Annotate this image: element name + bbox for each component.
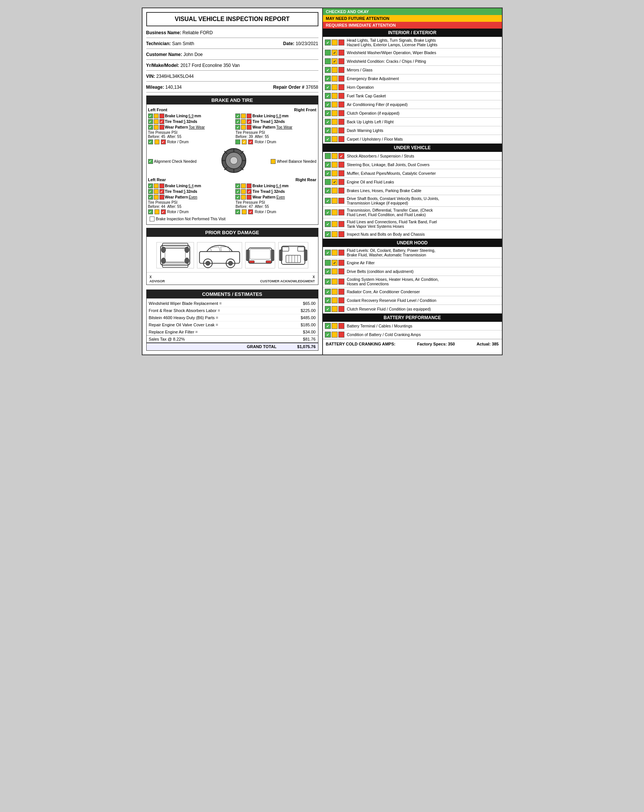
check-red-0-9[interactable] [338, 119, 344, 125]
check-yellow-0-1[interactable] [331, 50, 337, 56]
lr-wear-green-cb[interactable] [148, 195, 153, 200]
rr-tire-red-cb[interactable] [247, 189, 252, 194]
check-yellow-2-0[interactable] [331, 250, 337, 256]
rr-rotor-red-cb[interactable] [248, 209, 253, 214]
check-yellow-1-4[interactable] [331, 188, 337, 194]
lf-rotor-yellow-cb[interactable] [154, 139, 159, 144]
check-yellow-1-3[interactable] [331, 179, 337, 185]
check-red-2-0[interactable] [338, 250, 344, 256]
rf-tire-red-cb[interactable] [247, 119, 252, 124]
rr-rotor-green-cb[interactable] [235, 209, 240, 214]
wheel-balance-cb[interactable] [271, 159, 276, 164]
check-green-0-7[interactable] [325, 102, 331, 107]
check-yellow-0-10[interactable] [331, 127, 337, 133]
check-red-0-6[interactable] [338, 93, 344, 99]
check-green-1-0[interactable] [325, 153, 331, 159]
check-yellow-2-2[interactable] [331, 269, 337, 275]
check-green-0-2[interactable] [325, 58, 331, 64]
check-green-2-6[interactable] [325, 306, 331, 312]
rf-brake-green-cb[interactable] [235, 113, 240, 118]
check-green-0-8[interactable] [325, 110, 331, 116]
check-green-2-1[interactable] [325, 260, 331, 266]
lf-wear-red-cb[interactable] [159, 125, 164, 130]
rr-brake-green-cb[interactable] [235, 183, 240, 188]
check-red-1-6[interactable] [338, 209, 344, 215]
check-red-2-4[interactable] [338, 289, 344, 295]
check-red-0-0[interactable] [338, 40, 344, 46]
brake-not-performed-cb[interactable] [150, 217, 154, 221]
check-red-0-7[interactable] [338, 102, 344, 107]
rf-tire-green-cb[interactable] [235, 119, 240, 124]
check-yellow-1-0[interactable] [331, 153, 337, 159]
lf-rotor-green-cb[interactable] [148, 139, 153, 144]
lf-rotor-red-cb[interactable] [161, 139, 166, 144]
rr-wear-yellow-cb[interactable] [241, 195, 246, 200]
check-yellow-0-11[interactable] [331, 136, 337, 142]
check-green-0-6[interactable] [325, 93, 331, 99]
lf-tire-red-cb[interactable] [159, 119, 164, 124]
check-yellow-1-8[interactable] [331, 231, 337, 237]
rf-wear-red-cb[interactable] [247, 125, 252, 130]
lr-brake-yellow-cb[interactable] [154, 183, 159, 188]
check-green-0-0[interactable] [325, 40, 331, 46]
check-red-3-0[interactable] [338, 323, 344, 329]
check-green-2-5[interactable] [325, 298, 331, 304]
rf-wear-yellow-cb[interactable] [241, 125, 246, 130]
lr-tire-red-cb[interactable] [159, 189, 164, 194]
check-yellow-0-3[interactable] [331, 67, 337, 73]
check-red-1-8[interactable] [338, 231, 344, 237]
check-red-0-3[interactable] [338, 67, 344, 73]
check-red-0-5[interactable] [338, 84, 344, 90]
check-green-0-3[interactable] [325, 67, 331, 73]
check-red-2-5[interactable] [338, 298, 344, 304]
rf-wear-green-cb[interactable] [235, 125, 240, 130]
lr-rotor-green-cb[interactable] [148, 209, 153, 214]
check-red-0-11[interactable] [338, 136, 344, 142]
check-yellow-2-1[interactable] [331, 260, 337, 266]
check-red-2-3[interactable] [338, 279, 344, 285]
check-yellow-0-7[interactable] [331, 102, 337, 107]
check-green-2-0[interactable] [325, 250, 331, 256]
check-green-2-4[interactable] [325, 289, 331, 295]
check-green-2-3[interactable] [325, 279, 331, 285]
rr-wear-red-cb[interactable] [247, 195, 252, 200]
lf-brake-red-cb[interactable] [159, 113, 164, 118]
rr-brake-yellow-cb[interactable] [241, 183, 246, 188]
rr-brake-red-cb[interactable] [247, 183, 252, 188]
lr-tire-yellow-cb[interactable] [154, 189, 159, 194]
lf-wear-yellow-cb[interactable] [154, 125, 159, 130]
check-green-1-2[interactable] [325, 170, 331, 176]
lr-rotor-yellow-cb[interactable] [154, 209, 159, 214]
check-green-0-11[interactable] [325, 136, 331, 142]
check-green-0-10[interactable] [325, 127, 331, 133]
check-green-1-3[interactable] [325, 179, 331, 185]
lf-tire-green-cb[interactable] [148, 119, 153, 124]
check-red-1-0[interactable] [338, 153, 344, 159]
check-red-1-7[interactable] [338, 221, 344, 227]
rr-tire-green-cb[interactable] [235, 189, 240, 194]
check-yellow-0-8[interactable] [331, 110, 337, 116]
check-red-0-10[interactable] [338, 127, 344, 133]
check-red-1-1[interactable] [338, 162, 344, 168]
rf-tire-yellow-cb[interactable] [241, 119, 246, 124]
check-red-0-8[interactable] [338, 110, 344, 116]
check-green-0-1[interactable] [325, 50, 331, 56]
check-yellow-3-0[interactable] [331, 323, 337, 329]
check-yellow-1-5[interactable] [331, 198, 337, 204]
lr-wear-yellow-cb[interactable] [154, 195, 159, 200]
check-red-2-6[interactable] [338, 306, 344, 312]
check-yellow-2-3[interactable] [331, 279, 337, 285]
check-red-2-1[interactable] [338, 260, 344, 266]
lf-wear-green-cb[interactable] [148, 125, 153, 130]
lr-rotor-red-cb[interactable] [161, 209, 166, 214]
rr-wear-green-cb[interactable] [235, 195, 240, 200]
check-green-1-7[interactable] [325, 221, 331, 227]
check-red-2-2[interactable] [338, 269, 344, 275]
lf-tire-yellow-cb[interactable] [154, 119, 159, 124]
check-green-1-1[interactable] [325, 162, 331, 168]
check-yellow-0-6[interactable] [331, 93, 337, 99]
rr-rotor-yellow-cb[interactable] [242, 209, 247, 214]
check-yellow-0-5[interactable] [331, 84, 337, 90]
check-red-1-4[interactable] [338, 188, 344, 194]
lr-wear-red-cb[interactable] [159, 195, 164, 200]
